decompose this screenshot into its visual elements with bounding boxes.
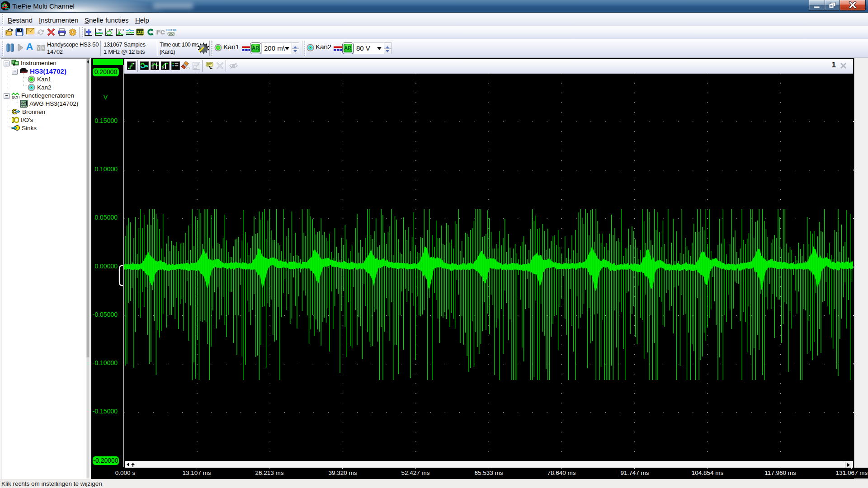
svg-text:00110: 00110	[166, 28, 176, 32]
svg-text:C: C	[160, 29, 165, 36]
svg-text:Yt: Yt	[98, 28, 102, 32]
svg-text:123: 123	[137, 30, 144, 35]
